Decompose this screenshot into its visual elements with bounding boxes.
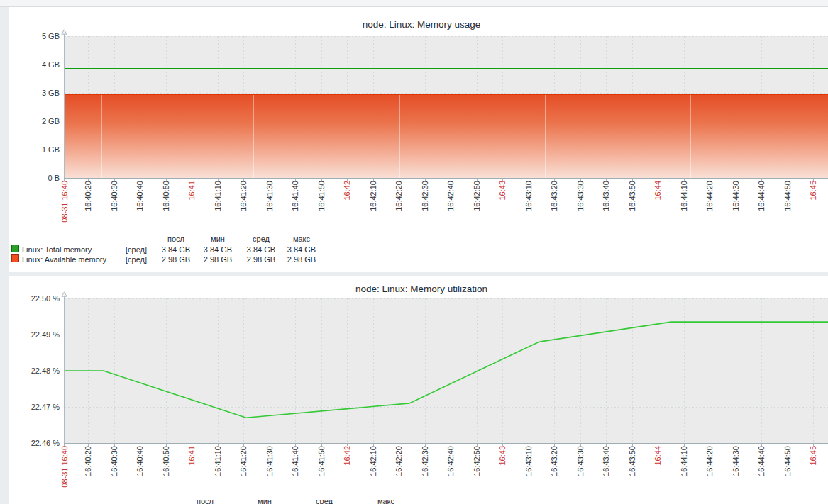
legend-color-swatch (11, 245, 19, 252)
x-tick-label: 16:42:40 (446, 446, 455, 476)
x-tick-label: 16:42:30 (421, 446, 429, 476)
legend-header: посл (197, 497, 214, 504)
legend-header: макс (377, 497, 394, 504)
x-tick-label: 16:43 (498, 181, 507, 201)
x-tick-label: 16:42:50 (473, 446, 481, 476)
x-tick-label: 16:40:20 (84, 446, 92, 476)
x-tick-label: 16:43:10 (524, 181, 533, 211)
x-tick-label: 16:42:40 (446, 181, 455, 211)
x-tick-label: 16:41:20 (239, 446, 248, 476)
x-tick-label: 16:44:40 (757, 446, 766, 476)
x-tick-label: 16:41:30 (265, 446, 274, 476)
x-tick-label: 16:42:10 (369, 446, 377, 476)
legend-stat-value: 2.98 GB (162, 255, 190, 264)
x-tick-label: 16:45 (809, 446, 817, 466)
x-tick-label: 16:41:40 (291, 446, 299, 476)
x-tick-label: 16:45 (809, 181, 817, 201)
y-tick-label: 22.48 % (11, 366, 60, 375)
legend-color-swatch (11, 254, 19, 262)
y-tick-label: 22.50 % (11, 294, 60, 303)
y-tick-label: 0 B (11, 174, 60, 182)
y-tick-label: 5 GB (11, 32, 60, 40)
x-tick-label: 16:41:50 (317, 446, 326, 476)
legend-stat-value: 2.98 GB (287, 255, 316, 264)
chart-title-memory-usage: node: Linux: Memory usage (0, 19, 828, 30)
memory-utilization-line (65, 298, 828, 443)
x-tick-label: 16:44:50 (783, 446, 792, 476)
x-tick-label: 16:41:50 (317, 181, 326, 211)
x-tick-label: 16:42 (343, 446, 351, 466)
x-tick-label: 16:43:50 (628, 181, 636, 211)
grid-line (65, 36, 828, 37)
y-tick-label: 3 GB (11, 89, 60, 97)
x-tick-label: 16:44:10 (680, 181, 688, 211)
top-bar (0, 0, 828, 7)
chart-title-memory-utilization: node: Linux: Memory utilization (0, 284, 828, 294)
y-axis-arrow-icon (61, 29, 67, 35)
x-tick-label: 16:43:10 (524, 446, 533, 476)
x-tick-label: 16:41:30 (265, 181, 274, 211)
y-tick-label: 4 GB (11, 60, 60, 69)
x-tick-label: 16:41 (187, 181, 196, 201)
legend-stat-value: 3.84 GB (247, 245, 275, 254)
y-axis-line (64, 293, 65, 443)
legend-header: мин (258, 497, 272, 504)
y-axis-line (64, 30, 65, 178)
x-tick-label: 16:40:50 (162, 446, 170, 476)
x-tick-label: 16:44:10 (680, 446, 688, 476)
legend-header: мин (211, 235, 225, 243)
x-tick-label: 16:43:40 (602, 446, 610, 476)
x-tick-label: 16:41:20 (239, 181, 248, 211)
x-tick-label: 16:42:10 (369, 181, 377, 211)
x-tick-label: 16:40:20 (84, 181, 92, 211)
x-tick-label: 16:44 (653, 181, 662, 201)
gradient-seam (399, 95, 400, 178)
x-tick-label: 16:42:20 (394, 446, 403, 476)
x-tick-label: 16:43:20 (550, 446, 558, 476)
x-tick-label: 16:41:10 (214, 181, 222, 211)
x-tick-label: 16:44:20 (705, 446, 714, 476)
legend-stat-value: 2.98 GB (204, 255, 232, 264)
x-tick-label: 16:44:20 (705, 181, 714, 211)
y-tick-label: 22.47 % (11, 403, 60, 411)
x-tick-label: 08-31 16:40 (60, 181, 69, 223)
legend-stat-value: 3.84 GB (162, 245, 190, 254)
x-tick-label: 16:44:30 (732, 181, 740, 211)
x-tick-label: 16:42:30 (421, 181, 429, 211)
x-tick-label: 16:41 (187, 446, 196, 466)
gradient-seam (101, 95, 102, 178)
x-tick-label: 16:41:40 (291, 181, 299, 211)
x-tick-label: 16:43:30 (576, 446, 585, 476)
legend-series-name: Linux: Available memory (22, 255, 106, 264)
y-axis-arrow-icon (61, 291, 67, 297)
legend-stat-value: 2.98 GB (247, 255, 275, 264)
x-tick-label: 16:40:30 (110, 181, 118, 211)
x-tick-label: 16:43 (498, 446, 507, 466)
zabbix-graphs-page: node: Linux: Memory usage node: Linux: M… (0, 0, 828, 504)
x-tick-label: 16:44 (653, 446, 662, 466)
x-tick-label: 16:40:40 (136, 446, 144, 476)
grid-line (65, 65, 828, 65)
legend-header: макс (293, 235, 310, 243)
legend-stat-value: 3.84 GB (287, 245, 316, 254)
x-tick-label: 16:42 (343, 181, 351, 201)
x-tick-label: 16:44:40 (757, 181, 766, 211)
legend-aggregation: [сред] (126, 245, 147, 254)
x-tick-label: 16:42:50 (473, 181, 481, 211)
x-tick-label: 16:43:30 (576, 181, 585, 211)
legend-stat-value: 3.84 GB (204, 245, 232, 254)
y-tick-label: 1 GB (11, 145, 60, 154)
x-tick-label: 08-31 16:40 (60, 446, 69, 488)
legend-series-name: Linux: Total memory (22, 245, 92, 254)
series-area-available-memory (65, 94, 828, 178)
x-axis-line (64, 443, 828, 444)
x-tick-label: 16:41:10 (214, 446, 222, 476)
gradient-seam (253, 95, 254, 178)
x-tick-label: 16:42:20 (394, 181, 403, 211)
y-tick-label: 22.49 % (11, 330, 60, 339)
x-tick-label: 16:43:50 (628, 446, 636, 476)
x-tick-label: 16:44:30 (732, 446, 740, 476)
gradient-seam (545, 95, 546, 178)
legend-header: сред (253, 235, 270, 243)
x-tick-label: 16:40:50 (162, 181, 170, 211)
